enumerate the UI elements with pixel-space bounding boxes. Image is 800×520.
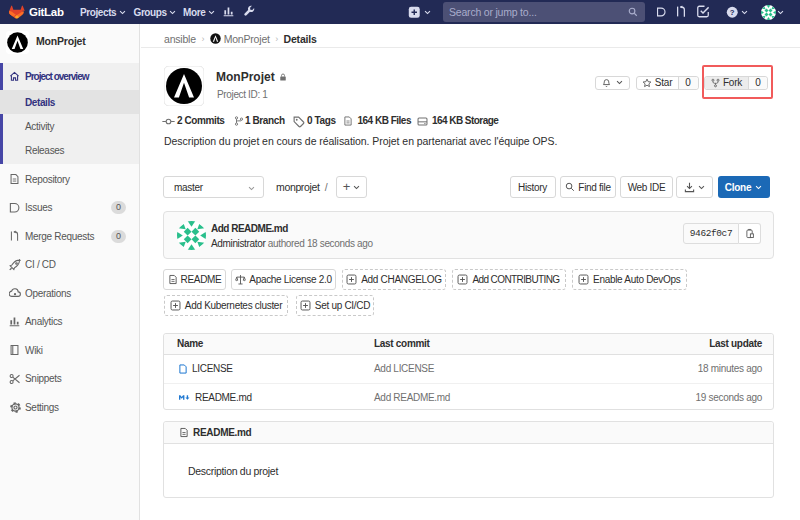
svg-text:?: ? — [730, 7, 735, 16]
